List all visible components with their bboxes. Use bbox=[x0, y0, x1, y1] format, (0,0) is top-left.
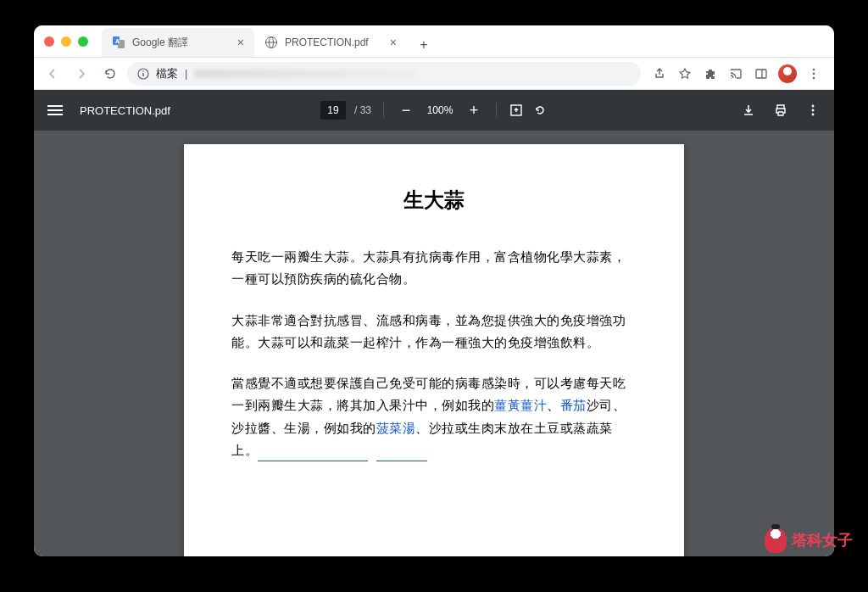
link-turmeric-juice[interactable]: 薑黃薑汁 bbox=[494, 398, 547, 412]
maximize-window-button[interactable] bbox=[78, 36, 88, 47]
watermark: 塔科女子 bbox=[765, 528, 853, 553]
globe-icon bbox=[264, 36, 278, 49]
navbar: 檔案 | bbox=[34, 58, 834, 90]
svg-point-12 bbox=[813, 72, 815, 75]
window-controls bbox=[44, 36, 88, 47]
underline-decoration bbox=[258, 446, 368, 461]
svg-point-13 bbox=[813, 76, 815, 79]
url-path-blurred bbox=[194, 70, 415, 78]
forward-button[interactable] bbox=[70, 62, 93, 86]
watermark-text: 塔科女子 bbox=[792, 530, 853, 550]
url-scheme: 檔案 bbox=[156, 66, 178, 81]
back-button[interactable] bbox=[41, 62, 64, 86]
svg-point-15 bbox=[812, 105, 815, 108]
close-window-button[interactable] bbox=[44, 36, 54, 47]
page-total: / 33 bbox=[354, 104, 371, 116]
translate-icon: A bbox=[112, 36, 125, 49]
download-button[interactable] bbox=[741, 103, 756, 118]
cast-icon[interactable] bbox=[727, 65, 744, 82]
info-icon[interactable] bbox=[137, 68, 149, 80]
tab-title: Google 翻譯 bbox=[132, 36, 188, 50]
toolbar-divider bbox=[496, 103, 497, 118]
doc-paragraph-1: 每天吃一兩瓣生大蒜。大蒜具有抗病毒作用，富含植物化學大蒜素，一種可以預防疾病的硫… bbox=[231, 246, 637, 291]
doc-paragraph-2: 大蒜非常適合對抗感冒、流感和病毒，並為您提供強大的免疫增強功能。大蒜可以和蔬菜一… bbox=[231, 310, 637, 355]
more-button[interactable] bbox=[805, 103, 821, 118]
svg-rect-9 bbox=[756, 70, 766, 78]
pdf-viewer[interactable]: 生大蒜 每天吃一兩瓣生大蒜。大蒜具有抗病毒作用，富含植物化學大蒜素，一種可以預防… bbox=[34, 131, 834, 556]
zoom-out-button[interactable]: − bbox=[396, 100, 416, 120]
zoom-level: 100% bbox=[425, 104, 455, 116]
print-button[interactable] bbox=[773, 103, 788, 118]
fit-page-button[interactable] bbox=[509, 103, 524, 118]
reload-button[interactable] bbox=[98, 62, 122, 86]
svg-point-16 bbox=[812, 109, 815, 112]
rotate-button[interactable] bbox=[532, 103, 548, 118]
toolbar-divider bbox=[383, 103, 384, 118]
tab-title: PROTECTION.pdf bbox=[285, 36, 369, 48]
svg-point-8 bbox=[142, 70, 144, 72]
svg-point-17 bbox=[812, 114, 815, 116]
extensions-icon[interactable] bbox=[702, 65, 719, 82]
menu-icon[interactable] bbox=[805, 65, 822, 82]
pdf-toolbar: PROTECTION.pdf / 33 − 100% + bbox=[34, 90, 834, 131]
underline-decoration bbox=[376, 446, 427, 461]
pdf-filename: PROTECTION.pdf bbox=[80, 104, 170, 117]
svg-point-11 bbox=[813, 68, 815, 70]
doc-paragraph-3: 當感覺不適或想要保護自己免受可能的病毒感染時，可以考慮每天吃一到兩瓣生大蒜，將其… bbox=[231, 372, 637, 461]
url-separator: | bbox=[185, 67, 187, 80]
browser-window: A Google 翻譯 × PROTECTION.pdf × + bbox=[34, 25, 834, 556]
tab-strip: A Google 翻譯 × PROTECTION.pdf × + bbox=[102, 25, 824, 57]
watermark-figure-icon bbox=[765, 528, 787, 553]
tab-protection-pdf[interactable]: PROTECTION.pdf × bbox=[254, 28, 407, 57]
titlebar: A Google 翻譯 × PROTECTION.pdf × + bbox=[34, 25, 834, 58]
svg-text:A: A bbox=[115, 38, 120, 44]
bookmark-icon[interactable] bbox=[676, 65, 693, 82]
pdf-page: 生大蒜 每天吃一兩瓣生大蒜。大蒜具有抗病毒作用，富含植物化學大蒜素，一種可以預防… bbox=[184, 144, 684, 556]
minimize-window-button[interactable] bbox=[61, 36, 71, 47]
tab-close-icon[interactable]: × bbox=[390, 36, 397, 49]
pdf-menu-button[interactable] bbox=[47, 105, 63, 115]
profile-avatar[interactable] bbox=[778, 64, 797, 83]
page-number-input[interactable] bbox=[320, 101, 346, 120]
doc-heading: 生大蒜 bbox=[231, 187, 637, 214]
sidepanel-icon[interactable] bbox=[753, 65, 770, 82]
link-spinach-soup[interactable]: 菠菜湯 bbox=[376, 421, 416, 435]
share-icon[interactable] bbox=[651, 65, 668, 82]
tab-google-translate[interactable]: A Google 翻譯 × bbox=[102, 28, 254, 57]
tab-close-icon[interactable]: × bbox=[237, 36, 244, 49]
extension-icons bbox=[646, 64, 827, 83]
zoom-in-button[interactable]: + bbox=[464, 100, 484, 120]
link-tomato[interactable]: 番茄 bbox=[560, 398, 587, 412]
new-tab-button[interactable]: + bbox=[412, 33, 436, 57]
url-bar[interactable]: 檔案 | bbox=[127, 62, 641, 86]
